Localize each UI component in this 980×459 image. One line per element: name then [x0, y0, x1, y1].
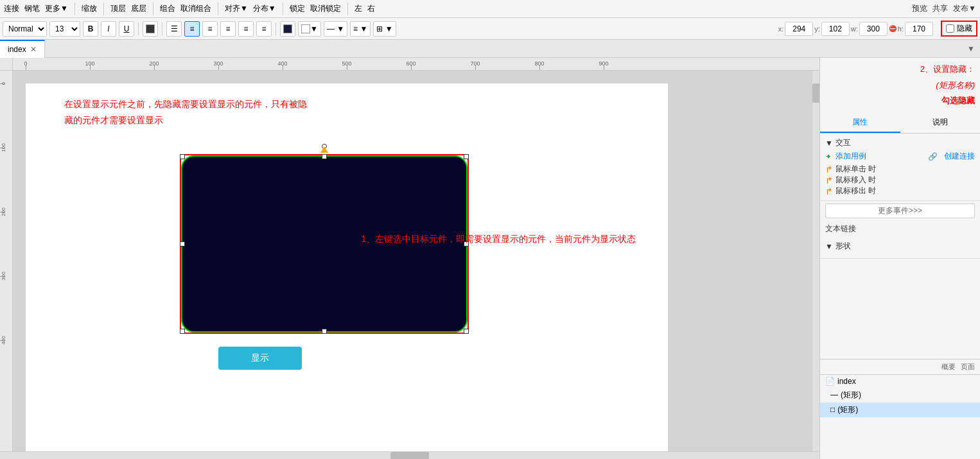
tool-align[interactable]: 对齐▼: [225, 3, 248, 14]
create-link[interactable]: 创建连接: [944, 151, 975, 162]
tab-dropdown[interactable]: ▼: [962, 44, 980, 53]
tool-zoom[interactable]: 缩放: [82, 3, 97, 14]
ruler-v-label-100: 100: [1, 143, 12, 152]
tool-top-layer[interactable]: 顶层: [110, 3, 126, 14]
tree-index-icon: 📄: [825, 377, 835, 386]
border-width-button[interactable]: ≡ ▼: [350, 21, 371, 37]
tree-rect1-label: (矩形): [841, 390, 861, 401]
align-right-button[interactable]: ≡: [238, 21, 254, 37]
publish-button[interactable]: 发布▼: [953, 3, 976, 14]
tool-distribute[interactable]: 分布▼: [253, 3, 276, 14]
align-center-button[interactable]: ≡: [202, 21, 218, 37]
canvas-container[interactable]: 在设置显示元件之前，先隐藏需要设置显示的元件，只有被隐藏的元件才需要设置显示: [13, 71, 812, 451]
show-button[interactable]: 显示: [218, 347, 302, 370]
coord-group: x: y: w: ⛔ h:: [778, 22, 933, 36]
add-case-link[interactable]: 添加用例: [836, 151, 866, 162]
separator: [283, 3, 283, 15]
vertical-scrollbar[interactable]: [812, 71, 819, 451]
x-input[interactable]: [785, 22, 813, 36]
x-label: x:: [778, 25, 784, 33]
ruler-v-label-200: 200: [1, 207, 12, 216]
handle-tm[interactable]: [322, 154, 327, 159]
ruler-h-tick-0: [26, 65, 26, 71]
ruler-h-tick-600: [411, 65, 412, 71]
event-mouseout[interactable]: ↱ 鼠标移出 时: [825, 186, 975, 196]
handle-bl[interactable]: [180, 329, 185, 334]
handle-ml[interactable]: [180, 241, 185, 247]
interaction-title: ▼ 交互: [825, 137, 975, 148]
tool-more[interactable]: 更多▼: [45, 3, 68, 14]
tree-header: 概要 页面: [820, 359, 980, 375]
style-select[interactable]: Normal: [3, 21, 47, 37]
event-mousein[interactable]: ↱ 鼠标移入 时: [825, 175, 975, 186]
tool-right[interactable]: 右: [367, 3, 375, 14]
align-justify-button[interactable]: ≡: [220, 21, 236, 37]
annotation-floating-line1: 2、设置隐藏：: [825, 62, 975, 78]
separator: [162, 22, 162, 35]
tool-lock[interactable]: 锁定: [290, 3, 305, 14]
tree-header-outline[interactable]: 概要: [941, 362, 956, 372]
align-left-button[interactable]: ≡: [184, 21, 200, 37]
tool-ungroup[interactable]: 取消组合: [180, 3, 211, 14]
tool-bottom-layer[interactable]: 底层: [131, 3, 146, 14]
handle-triangle: [320, 146, 328, 153]
tree-rect2-label: (矩形): [837, 404, 858, 415]
separator: [347, 3, 348, 15]
handle-bm[interactable]: [322, 329, 327, 334]
fill-color-button[interactable]: [280, 21, 295, 37]
tree-item-rect1[interactable]: — (矩形): [820, 388, 980, 403]
hide-label: 隐藏: [957, 23, 972, 34]
tool-connect[interactable]: 连接: [4, 3, 19, 14]
right-panel-tabs: 属性 说明: [820, 113, 980, 134]
horizontal-scrollbar[interactable]: [0, 451, 819, 459]
tool-left[interactable]: 左: [354, 3, 362, 14]
collapse-icon[interactable]: ▼: [825, 139, 833, 148]
font-color-button[interactable]: [143, 21, 158, 37]
align-block-button[interactable]: ≡: [256, 21, 272, 37]
share-button[interactable]: 共享: [932, 3, 948, 14]
italic-button[interactable]: I: [101, 21, 116, 37]
tab-index[interactable]: index ✕: [0, 40, 45, 58]
tab-description[interactable]: 说明: [900, 113, 981, 133]
event-click[interactable]: ↱ 鼠标单击 时: [825, 164, 975, 175]
more-events-button[interactable]: 更多事件>>>: [825, 204, 975, 218]
tree-item-rect2[interactable]: □ (矩形): [820, 403, 980, 417]
bold-button[interactable]: B: [83, 21, 98, 37]
tool-unlock[interactable]: 取消锁定: [310, 3, 341, 14]
main-layout: 0 100 200 300 400 500 600 700 80: [0, 58, 980, 459]
font-size-select[interactable]: 13: [49, 21, 80, 37]
event-click-label: 鼠标单击 时: [836, 164, 876, 175]
ruler-corner: [0, 58, 13, 71]
shape-collapse-icon[interactable]: ▼: [825, 242, 833, 251]
add-case-row: ✦ 添加用例 🔗 创建连接: [825, 151, 975, 162]
annotation-floating-line2: (矩形名称): [825, 78, 975, 94]
border-style-button[interactable]: — ▼: [324, 21, 347, 37]
handle-tr[interactable]: [464, 154, 469, 159]
preview-button[interactable]: 预览: [912, 3, 927, 14]
canvas-area-wrapper: 0 100 200 300 400 500 600 700 80: [0, 58, 819, 459]
handle-tl[interactable]: [180, 154, 185, 159]
tab-index-label: index: [8, 45, 26, 54]
ruler-row: 0 100 200 300 400 500 600 700 80: [0, 58, 819, 71]
tree-header-pages[interactable]: 页面: [961, 362, 975, 372]
event-mouseout-label: 鼠标移出 时: [836, 186, 876, 196]
more-style-button[interactable]: ⊞ ▼: [373, 21, 396, 37]
tree-rect1-icon: —: [830, 390, 838, 399]
ruler-h-tick-500: [347, 65, 347, 71]
list-button[interactable]: ☰: [166, 21, 182, 37]
handle-br[interactable]: [464, 329, 469, 334]
separator: [218, 3, 218, 15]
tab-properties[interactable]: 属性: [820, 113, 900, 133]
tab-close-icon[interactable]: ✕: [30, 45, 37, 54]
underline-button[interactable]: U: [119, 21, 134, 37]
tree-item-index[interactable]: 📄 index: [820, 375, 980, 388]
event-arrow-click: ↱: [825, 164, 833, 175]
tool-group[interactable]: 组合: [160, 3, 175, 14]
tool-pen[interactable]: 钢笔: [24, 3, 40, 14]
h-input[interactable]: [905, 22, 933, 36]
border-color-button[interactable]: ▼: [298, 21, 321, 37]
hide-checkbox[interactable]: [946, 24, 954, 33]
y-input[interactable]: [821, 22, 850, 36]
tree-index-label: index: [837, 377, 856, 386]
w-input[interactable]: [859, 22, 888, 36]
